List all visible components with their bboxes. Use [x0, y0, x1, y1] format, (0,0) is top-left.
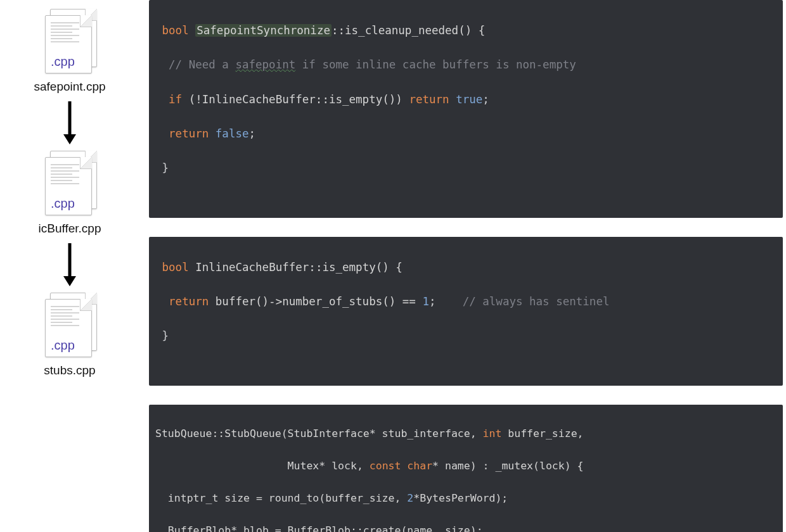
- file-stubs: .cpp stubs.cpp: [41, 290, 98, 377]
- svg-marker-1: [63, 134, 76, 144]
- cpp-file-icon: .cpp: [41, 6, 98, 76]
- file-ext-label: .cpp: [51, 196, 75, 211]
- file-label-icbuffer: icBuffer.cpp: [39, 222, 101, 236]
- code-column: bool SafepointSynchronize::is_cleanup_ne…: [149, 0, 783, 532]
- arrow-down-icon: [62, 100, 77, 144]
- file-label-stubs: stubs.cpp: [44, 364, 95, 377]
- code-block-safepoint: bool SafepointSynchronize::is_cleanup_ne…: [149, 0, 783, 218]
- file-icbuffer: .cpp icBuffer.cpp: [39, 148, 101, 236]
- file-safepoint: .cpp safepoint.cpp: [34, 6, 105, 94]
- code-block-icbuffer: bool InlineCacheBuffer::is_empty() { ret…: [149, 237, 783, 386]
- file-label-safepoint: safepoint.cpp: [34, 80, 105, 94]
- file-ext-label: .cpp: [51, 338, 75, 353]
- file-ext-label: .cpp: [51, 54, 75, 69]
- file-sidebar: .cpp safepoint.cpp .cpp icBuffer.cpp: [0, 0, 139, 532]
- arrow-down-icon: [62, 242, 77, 286]
- svg-marker-3: [63, 276, 76, 286]
- code-block-stubs: StubQueue::StubQueue(StubInterface* stub…: [149, 405, 783, 533]
- cpp-file-icon: .cpp: [41, 148, 98, 218]
- cpp-file-icon: .cpp: [41, 290, 98, 360]
